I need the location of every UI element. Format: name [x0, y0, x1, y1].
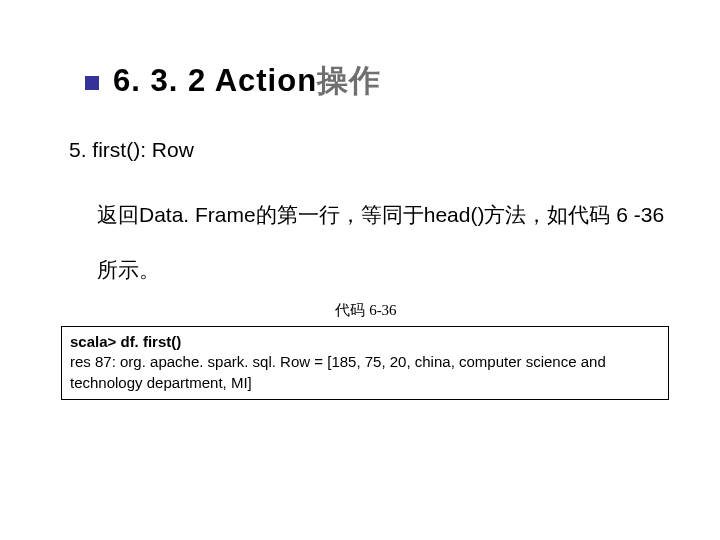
- code-output: res 87: org. apache. spark. sql. Row = […: [70, 352, 660, 393]
- subheading: 5. first(): Row: [55, 138, 665, 162]
- title-cn: 操作: [317, 63, 381, 98]
- title-bullet-icon: [85, 76, 99, 90]
- code-command: scala> df. first(): [70, 332, 660, 352]
- slide-title: 6. 3. 2 Action操作: [113, 60, 381, 102]
- slide-title-row: 6. 3. 2 Action操作: [55, 60, 665, 102]
- code-caption: 代码 6-36: [61, 301, 671, 320]
- description-text: 返回Data. Frame的第一行，等同于head()方法，如代码 6 -36所…: [55, 188, 665, 297]
- code-box: scala> df. first() res 87: org. apache. …: [61, 326, 669, 400]
- title-number: 6. 3. 2 Action: [113, 63, 317, 98]
